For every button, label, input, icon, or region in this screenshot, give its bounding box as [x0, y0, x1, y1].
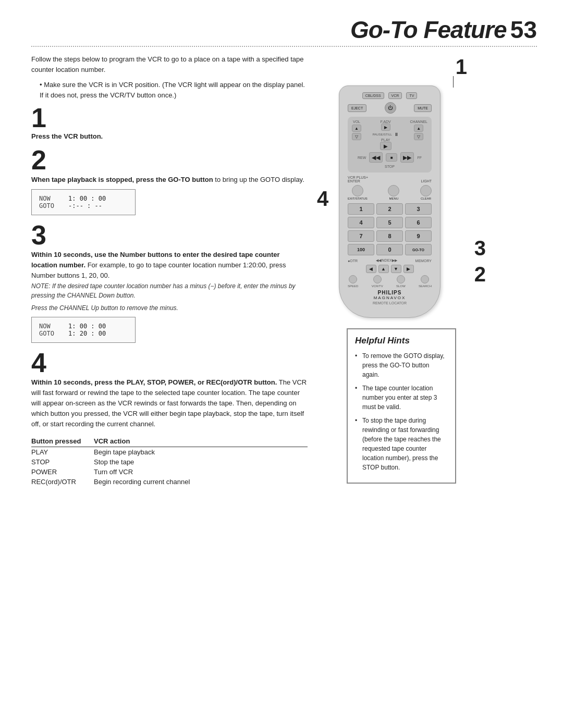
- nav-right-btn[interactable]: ▶: [403, 265, 414, 273]
- step-1-label: Press the VCR button.: [31, 132, 308, 140]
- step-2-label: When tape playback is stopped, press the…: [31, 175, 308, 185]
- speed-btn[interactable]: [349, 275, 357, 283]
- rew-btn[interactable]: ◀◀: [369, 152, 383, 163]
- hint-2: The tape counter location number you ent…: [355, 384, 448, 412]
- vol-down-btn[interactable]: ▽: [352, 133, 361, 140]
- num-8-btn[interactable]: 8: [376, 230, 403, 242]
- tv-selector-btn[interactable]: TV: [406, 92, 417, 99]
- remote-locator: REMOTE LOCATOR: [348, 301, 432, 305]
- menu-label: MENU: [389, 197, 399, 200]
- vol-up-btn[interactable]: ▲: [352, 125, 361, 132]
- cbl-dss-btn[interactable]: CBL/DSS: [362, 92, 384, 99]
- exit-status-btn[interactable]: [352, 185, 363, 196]
- speed-item: SPEED: [348, 275, 358, 288]
- search-label: SEARCH: [419, 285, 432, 288]
- eject-button[interactable]: EJECT: [348, 104, 366, 112]
- nav-left-btn[interactable]: ◀: [366, 265, 376, 273]
- step-4-content: Within 10 seconds, press the PLAY, STOP,…: [31, 377, 308, 430]
- slow-btn[interactable]: [397, 275, 405, 283]
- ch-up-btn[interactable]: ▲: [414, 125, 423, 132]
- search-btn[interactable]: [421, 275, 429, 283]
- vcr-controls: VOL ▲ ▽ F.ADV ▶ PAUSE/STILL ⏸: [348, 117, 432, 172]
- step-3-note1: NOTE: If the desired tape counter locati…: [31, 281, 308, 300]
- play-label: PLAY: [381, 138, 390, 142]
- num-1-btn[interactable]: 1: [348, 203, 374, 215]
- esmc-row: EXIT/STATUS MENU CLEAR: [348, 185, 432, 200]
- eject-row: EJECT ⏻ MUTE: [348, 102, 432, 114]
- fadv-label: F.ADV: [381, 120, 391, 124]
- callout-1: 1: [456, 55, 467, 79]
- vol-group: VOL ▲ ▽: [352, 120, 361, 140]
- brand-magnavox: MAGNAVOX: [348, 295, 432, 300]
- vol-ch-row: VOL ▲ ▽ F.ADV ▶ PAUSE/STILL ⏸: [352, 120, 427, 150]
- vcr-plus-row: VCR PLUS+ENTER LIGHT: [348, 176, 432, 183]
- num-6-btn[interactable]: 6: [405, 217, 432, 228]
- num-2-btn[interactable]: 2: [376, 203, 403, 215]
- num-7-btn[interactable]: 7: [348, 230, 374, 242]
- action-table: Button pressed VCR action PLAYBegin tape…: [31, 436, 308, 487]
- stop-label: STOP: [352, 165, 427, 168]
- goto-btn[interactable]: GO-TO: [405, 244, 432, 255]
- goto-display-2: NOW 1: 00 : 00 GOTO 1: 20 : 00: [31, 317, 136, 343]
- ff-btn[interactable]: ▶▶: [400, 152, 414, 163]
- table-button-cell: REC(ord)/OTR: [31, 477, 94, 487]
- memory-label: MEMORY: [415, 259, 432, 263]
- callout-1-line: [453, 76, 454, 88]
- num-100-btn[interactable]: 100: [348, 244, 374, 255]
- main-layout: Follow the steps below to program the VC…: [31, 54, 537, 707]
- speed-label: SPEED: [348, 285, 358, 288]
- vcr-plus-label: VCR PLUS+ENTER: [348, 176, 368, 183]
- stop-btn[interactable]: ■: [386, 153, 397, 162]
- num-5-btn[interactable]: 5: [376, 217, 403, 228]
- callout-4: 4: [317, 187, 328, 211]
- table-button-cell: POWER: [31, 467, 94, 477]
- num-0-btn[interactable]: 0: [376, 244, 403, 255]
- left-col: Follow the steps below to program the VC…: [31, 54, 308, 707]
- step-3-number: 3: [31, 221, 308, 249]
- step-3-note2: Press the CHANNEL Up button to remove th…: [31, 303, 308, 313]
- clear-btn-group: CLEAR: [420, 185, 432, 200]
- table-action-cell: Stop the tape: [94, 457, 308, 467]
- otr-label: ●OTR: [348, 259, 358, 263]
- step-2-content: When tape playback is stopped, press the…: [31, 175, 308, 215]
- table-action-cell: Begin tape playback: [94, 447, 308, 458]
- num-9-btn[interactable]: 9: [405, 230, 432, 242]
- pause-row: PAUSE/STILL ⏸: [372, 132, 399, 137]
- otr-row: ●OTR ◀◀INDEX▶▶ MEMORY: [348, 258, 432, 263]
- table-button-cell: STOP: [31, 457, 94, 467]
- dotted-rule: [31, 46, 537, 47]
- vcr-tv-btn[interactable]: [373, 275, 382, 283]
- power-button[interactable]: ⏻: [385, 102, 396, 114]
- hint-3: To stop the tape during rewinding or fas…: [355, 416, 448, 472]
- ch-down-btn[interactable]: ▽: [414, 133, 423, 140]
- fadv-btn[interactable]: ▶: [381, 124, 390, 131]
- goto-display-1: NOW 1: 00 : 00 GOTO -:-- : --: [31, 189, 136, 215]
- table-header-button: Button pressed: [31, 436, 94, 447]
- step-3-label: Within 10 seconds, use the Number button…: [31, 250, 308, 281]
- intro-bullet: Make sure the VCR is in VCR position. (T…: [40, 80, 308, 100]
- right-col: 1 CBL/DSS VCR TV EJECT ⏻ MUTE: [318, 54, 485, 707]
- table-row: REC(ord)/OTRBegin recording current chan…: [31, 477, 308, 487]
- clear-button[interactable]: [420, 185, 432, 196]
- nav-up-btn[interactable]: ▲: [378, 265, 389, 273]
- slow-label: SLOW: [396, 285, 406, 288]
- rew-ff-row: REW ◀◀ ■ ▶▶ FF: [352, 152, 427, 163]
- ff-label: FF: [417, 156, 422, 159]
- vol-label: VOL: [353, 120, 360, 124]
- menu-btn[interactable]: [388, 185, 399, 196]
- nav-down-btn[interactable]: ▼: [391, 265, 401, 273]
- vcr-selector-btn[interactable]: VCR: [388, 92, 402, 99]
- index-label: ◀◀INDEX▶▶: [376, 258, 397, 263]
- step-4-number: 4: [31, 349, 308, 376]
- num-3-btn[interactable]: 3: [405, 203, 432, 215]
- intro-text: Follow the steps below to program the VC…: [31, 54, 308, 75]
- rew-label: REW: [358, 156, 366, 159]
- num-4-btn[interactable]: 4: [348, 217, 374, 228]
- step-2-number: 2: [31, 146, 308, 174]
- play-center: F.ADV ▶ PAUSE/STILL ⏸ PLAY ▶: [372, 120, 399, 150]
- mute-button[interactable]: MUTE: [414, 104, 432, 112]
- vcr-tv-item: VCR/TV: [372, 275, 383, 288]
- page-container: Go-To Feature 53 Follow the steps below …: [0, 0, 563, 728]
- brand-philips: PHILIPS: [348, 290, 432, 295]
- play-btn[interactable]: ▶: [380, 142, 391, 150]
